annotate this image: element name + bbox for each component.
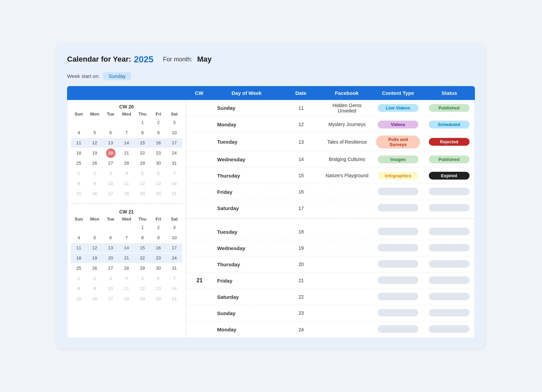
cal-cell[interactable]: 3	[106, 169, 116, 178]
cal-cell[interactable]: 11	[74, 138, 84, 148]
cal-cell[interactable]: 16	[90, 189, 100, 199]
cal-cell[interactable]: 12	[90, 243, 100, 253]
cal-cell[interactable]: 6	[154, 274, 163, 283]
cal-cell[interactable]: 2	[90, 169, 100, 178]
cal-cell[interactable]: 19	[138, 294, 147, 304]
cal-cell[interactable]: 5	[138, 169, 147, 178]
cal-cell[interactable]: 9	[154, 128, 163, 138]
cal-cell[interactable]: 19	[90, 148, 100, 158]
cal-cell[interactable]: 11	[122, 284, 131, 293]
status-badge[interactable]: Published	[429, 104, 470, 112]
cal-cell[interactable]: 9	[154, 233, 163, 243]
cal-cell[interactable]: 24	[170, 148, 179, 158]
cal-cell[interactable]: 8	[138, 233, 147, 243]
cal-cell[interactable]: 27	[106, 159, 116, 168]
cal-cell[interactable]: 25	[74, 264, 84, 273]
cal-cell[interactable]: 4	[122, 274, 131, 283]
cal-cell[interactable]: 14	[170, 284, 179, 293]
cal-cell[interactable]: 8	[138, 128, 147, 138]
content-type-badge[interactable]: Infographics	[378, 172, 418, 180]
cal-cell[interactable]: 10	[170, 233, 179, 243]
cal-cell[interactable]: 13	[154, 284, 163, 293]
content-type-badge[interactable]: Images	[378, 156, 418, 163]
content-type-badge[interactable]: Videos	[378, 121, 418, 128]
cal-cell[interactable]: 18	[74, 253, 84, 263]
status-badge[interactable]: Scheduled	[429, 121, 470, 128]
cal-cell[interactable]: 3	[170, 118, 179, 127]
week-start-badge[interactable]: Sunday	[103, 72, 131, 80]
cal-cell[interactable]: 15	[138, 243, 147, 253]
content-type-badge[interactable]: Live Videos	[378, 104, 418, 112]
cal-cell[interactable]: 15	[74, 294, 84, 304]
cal-cell[interactable]: 5	[138, 274, 147, 283]
cal-cell[interactable]: 7	[170, 169, 179, 178]
cal-cell[interactable]: 6	[154, 169, 163, 178]
status-badge[interactable]: Expired	[429, 172, 470, 180]
cal-cell[interactable]: 29	[138, 264, 147, 273]
cal-cell[interactable]: 30	[154, 159, 163, 168]
cal-cell[interactable]: 17	[106, 294, 116, 304]
cal-cell[interactable]: 1	[138, 118, 147, 127]
cal-cell[interactable]: 2	[154, 223, 163, 232]
cal-cell[interactable]: 10	[106, 284, 116, 293]
cal-cell[interactable]: 12	[138, 284, 147, 293]
cal-cell[interactable]: 20	[106, 148, 116, 158]
cal-cell[interactable]: 26	[90, 264, 100, 273]
cal-cell[interactable]: 28	[122, 264, 131, 273]
cal-cell[interactable]: 14	[122, 138, 131, 148]
cal-cell[interactable]: 7	[122, 233, 131, 243]
cal-cell[interactable]: 19	[90, 253, 100, 263]
cal-cell[interactable]: 21	[122, 148, 131, 158]
cal-cell[interactable]: 23	[154, 253, 163, 263]
cal-cell[interactable]: 15	[138, 138, 147, 148]
cal-cell[interactable]: 2	[154, 118, 163, 127]
cal-cell[interactable]: 31	[170, 159, 179, 168]
cal-cell[interactable]: 7	[122, 128, 131, 138]
status-badge[interactable]: Rejected	[429, 138, 470, 146]
content-type-badge[interactable]: Polls and Surveys	[376, 136, 420, 148]
cal-cell[interactable]: 22	[138, 253, 147, 263]
cal-cell[interactable]: 4	[74, 128, 84, 138]
cal-cell[interactable]: 12	[138, 179, 147, 188]
cal-cell[interactable]: 13	[106, 243, 116, 253]
cal-cell[interactable]: 19	[138, 189, 147, 199]
cal-cell[interactable]: 6	[106, 128, 116, 138]
cal-cell[interactable]: 15	[74, 189, 84, 199]
cal-cell[interactable]: 17	[170, 138, 179, 148]
cal-cell[interactable]: 30	[154, 264, 163, 273]
cal-cell[interactable]: 17	[106, 189, 116, 199]
cal-cell[interactable]: 26	[90, 159, 100, 168]
cal-cell[interactable]: 13	[154, 179, 163, 188]
cal-cell[interactable]: 14	[170, 179, 179, 188]
cal-cell[interactable]: 3	[170, 223, 179, 232]
cal-cell[interactable]: 4	[122, 169, 131, 178]
cal-cell[interactable]: 16	[90, 294, 100, 304]
cal-cell[interactable]: 11	[122, 179, 131, 188]
cal-cell[interactable]: 28	[122, 159, 131, 168]
cal-cell[interactable]: 31	[170, 264, 179, 273]
cal-cell[interactable]: 3	[106, 274, 116, 283]
cal-cell[interactable]: 8	[74, 179, 84, 188]
cal-cell[interactable]: 29	[138, 159, 147, 168]
status-badge[interactable]: Published	[429, 156, 470, 163]
cal-cell[interactable]: 8	[74, 284, 84, 293]
cal-cell[interactable]: 16	[154, 243, 163, 253]
cal-cell[interactable]: 12	[90, 138, 100, 148]
cal-cell[interactable]: 18	[74, 148, 84, 158]
cal-cell[interactable]: 10	[106, 179, 116, 188]
cal-cell[interactable]: 14	[122, 243, 131, 253]
cal-cell[interactable]: 9	[90, 284, 100, 293]
cal-cell[interactable]: 11	[74, 243, 84, 253]
cal-cell[interactable]: 1	[138, 223, 147, 232]
cal-cell[interactable]: 4	[74, 233, 84, 243]
cal-cell[interactable]: 23	[154, 148, 163, 158]
cal-cell[interactable]: 10	[170, 128, 179, 138]
cal-cell[interactable]: 5	[90, 128, 100, 138]
cal-cell[interactable]: 1	[74, 274, 84, 283]
cal-cell[interactable]: 22	[138, 148, 147, 158]
cal-cell[interactable]: 9	[90, 179, 100, 188]
cal-cell[interactable]: 18	[122, 294, 131, 304]
cal-cell[interactable]: 17	[170, 243, 179, 253]
cal-cell[interactable]: 7	[170, 274, 179, 283]
cal-cell[interactable]: 21	[170, 294, 179, 304]
